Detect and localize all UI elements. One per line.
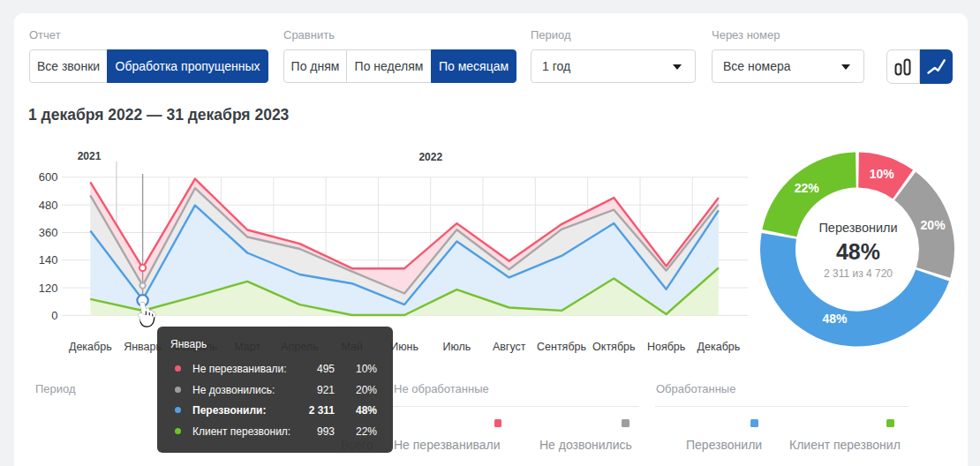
svg-text:Январь: Январь bbox=[124, 341, 162, 353]
svg-text:22%: 22% bbox=[795, 181, 820, 195]
svg-text:2021: 2021 bbox=[78, 150, 102, 162]
svg-text:2 311 из 4 720: 2 311 из 4 720 bbox=[824, 267, 893, 280]
svg-text:Декабрь: Декабрь bbox=[69, 341, 112, 353]
svg-text:Август: Август bbox=[493, 341, 526, 353]
svg-text:Июль: Июль bbox=[442, 341, 471, 353]
svg-text:48%: 48% bbox=[822, 312, 848, 326]
svg-text:Декабрь: Декабрь bbox=[697, 341, 741, 353]
svg-text:480: 480 bbox=[39, 199, 58, 212]
svg-text:140: 140 bbox=[39, 253, 58, 267]
svg-text:10%: 10% bbox=[870, 167, 895, 181]
svg-text:Октябрь: Октябрь bbox=[592, 341, 635, 353]
svg-text:120: 120 bbox=[39, 282, 58, 295]
svg-text:360: 360 bbox=[39, 226, 58, 239]
svg-text:Перезвонили: Перезвонили bbox=[818, 221, 897, 235]
svg-text:0: 0 bbox=[51, 309, 57, 322]
svg-text:600: 600 bbox=[39, 170, 58, 184]
svg-text:20%: 20% bbox=[921, 218, 946, 232]
svg-text:Сентябрь: Сентябрь bbox=[537, 341, 586, 353]
svg-text:2022: 2022 bbox=[418, 151, 442, 163]
svg-text:Июнь: Июнь bbox=[390, 341, 418, 353]
svg-text:48%: 48% bbox=[836, 239, 880, 264]
svg-text:Ноябрь: Ноябрь bbox=[647, 341, 685, 353]
